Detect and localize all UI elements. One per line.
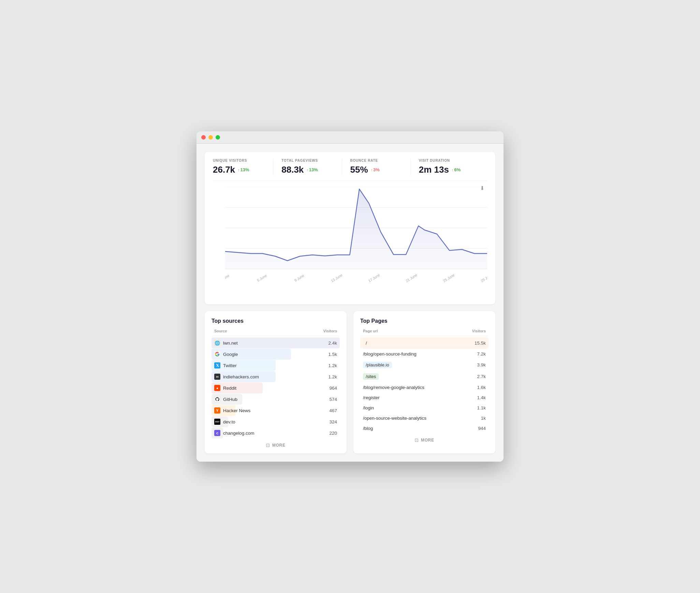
source-visitors-lwn: 2.4k (328, 341, 337, 346)
stat-total-pageviews-label: TOTAL PAGEVIEWS (281, 159, 333, 162)
up-arrow-icon: ↑ (371, 168, 373, 172)
source-visitors-indiehackers: 1.2k (328, 374, 337, 379)
visitors-chart: 0 1k 2k 3k 4k (225, 187, 487, 289)
more-icon: ⊡ (414, 437, 419, 443)
devto-icon: DEV (214, 419, 220, 425)
source-row-devto[interactable]: DEV dev.to 324 (212, 416, 340, 427)
source-name-hackernews: Hacker News (223, 408, 250, 413)
page-visitors-home: 15.5k (475, 341, 486, 346)
pages-table-header: Page url Visitors (360, 329, 488, 336)
download-button[interactable]: ⬇ (477, 184, 487, 193)
source-visitors-devto: 324 (329, 419, 337, 424)
stat-bounce-rate-values: 55% ↑ 3% (350, 164, 402, 175)
close-button[interactable] (201, 135, 206, 140)
hackernews-icon: Y (214, 407, 220, 414)
stat-unique-visitors-pct: 13% (240, 167, 249, 172)
source-name-github: GitHub (223, 397, 237, 402)
page-row-login[interactable]: /login 1.1k (360, 403, 488, 413)
svg-text:13 June: 13 June (330, 273, 343, 283)
stat-bounce-rate-value: 55% (350, 164, 368, 175)
source-row-github[interactable]: GitHub 574 (212, 394, 340, 405)
page-visitors-sites: 2.7k (477, 374, 486, 379)
source-row-hackernews[interactable]: Y Hacker News 467 (212, 405, 340, 416)
source-row-indiehackers[interactable]: IH indiehackers.com 1.2k (212, 371, 340, 382)
source-name-indiehackers: indiehackers.com (223, 374, 259, 379)
bottom-panels: Top sources Source Visitors 🌐 lwn.net 2.… (205, 311, 495, 453)
reddit-icon: ● (214, 385, 220, 391)
page-url-remove-ga: /blog/remove-google-analytics (363, 385, 424, 390)
stat-unique-visitors-change: ↑ 13% (238, 167, 249, 172)
source-visitors-google: 1.5k (328, 352, 337, 357)
stat-total-pageviews-pct: 13% (309, 167, 318, 172)
pages-more-button[interactable]: ⊡ MORE (360, 437, 488, 443)
top-sources-panel: Top sources Source Visitors 🌐 lwn.net 2.… (205, 311, 347, 453)
source-row-changelog[interactable]: c changelog.com 220 (212, 428, 340, 438)
stat-unique-visitors: UNIQUE VISITORS 26.7k ↑ 13% (213, 159, 273, 175)
page-visitors-remove-ga: 1.6k (477, 385, 486, 390)
svg-text:25 June: 25 June (442, 273, 455, 283)
svg-text:21 June: 21 June (405, 273, 418, 283)
traffic-lights (201, 135, 220, 140)
page-url-blog: /blog (363, 426, 373, 431)
sources-table-header: Source Visitors (212, 329, 340, 336)
github-icon (214, 396, 220, 402)
page-row-sites[interactable]: /sites 2.7k (360, 371, 488, 382)
svg-text:17 June: 17 June (368, 273, 381, 283)
svg-text:9 June: 9 June (294, 273, 305, 283)
more-icon: ⊡ (266, 443, 270, 448)
source-visitors-github: 574 (329, 397, 337, 402)
maximize-button[interactable] (216, 135, 220, 140)
page-url-plausible: /plausible.io (363, 362, 392, 368)
source-visitors-twitter: 1.2k (328, 363, 337, 368)
page-url-home: / (363, 340, 370, 346)
stat-visit-duration-change: ↑ 6% (452, 167, 461, 172)
minimize-button[interactable] (208, 135, 213, 140)
stats-row: UNIQUE VISITORS 26.7k ↑ 13% TOTAL PAGEVI… (213, 159, 487, 181)
page-row-remove-ga[interactable]: /blog/remove-google-analytics 1.6k (360, 382, 488, 392)
stat-visit-duration-values: 2m 13s ↑ 6% (419, 164, 471, 175)
source-visitors-hackernews: 467 (329, 408, 337, 413)
google-icon (214, 351, 220, 357)
page-row-osa[interactable]: /open-source-website-analytics 1k (360, 413, 488, 423)
stat-total-pageviews: TOTAL PAGEVIEWS 88.3k ↑ 13% (281, 159, 342, 175)
source-visitors-reddit: 964 (329, 386, 337, 391)
app-window: UNIQUE VISITORS 26.7k ↑ 13% TOTAL PAGEVI… (196, 131, 504, 462)
titlebar (196, 131, 504, 144)
sources-more-button[interactable]: ⊡ MORE (212, 443, 340, 448)
page-row-home[interactable]: / 15.5k (360, 337, 488, 349)
source-row-twitter[interactable]: 𝕏 Twitter 1.2k (212, 360, 340, 371)
page-row-register[interactable]: /register 1.4k (360, 393, 488, 403)
stat-visit-duration-value: 2m 13s (419, 164, 449, 175)
main-content: UNIQUE VISITORS 26.7k ↑ 13% TOTAL PAGEVI… (196, 144, 504, 462)
lwn-icon: 🌐 (214, 340, 220, 346)
twitter-icon: 𝕏 (214, 362, 220, 368)
top-pages-panel: Top Pages Page url Visitors / 15.5k / (353, 311, 495, 453)
source-row-reddit[interactable]: ● Reddit 964 (212, 382, 340, 393)
source-visitors-changelog: 220 (329, 431, 337, 436)
stat-unique-visitors-values: 26.7k ↑ 13% (213, 164, 265, 175)
sources-col-visitors: Visitors (323, 329, 337, 333)
stat-bounce-rate-change: ↑ 3% (371, 167, 380, 172)
page-visitors-plausible: 3.9k (477, 362, 486, 367)
chart-area-fill (225, 189, 487, 269)
stats-chart-card: UNIQUE VISITORS 26.7k ↑ 13% TOTAL PAGEVI… (205, 152, 495, 304)
page-url-blog-funding: /blog/open-source-funding (363, 351, 417, 357)
indiehackers-icon: IH (214, 374, 220, 380)
svg-text:1 June: 1 June (225, 273, 230, 283)
page-url-sites: /sites (363, 373, 379, 380)
stat-visit-duration-pct: 6% (454, 167, 461, 172)
up-arrow-icon: ↑ (238, 168, 240, 172)
page-row-blog[interactable]: /blog 944 (360, 423, 488, 433)
svg-text:29 June: 29 June (480, 273, 487, 283)
sources-col-source: Source (214, 329, 227, 333)
pages-more-label: MORE (421, 438, 434, 443)
source-row-google[interactable]: Google 1.5k (212, 349, 340, 360)
page-row-blog-funding[interactable]: /blog/open-source-funding 7.2k (360, 349, 488, 359)
pages-col-url: Page url (363, 329, 378, 333)
page-row-plausible[interactable]: /plausible.io 3.9k (360, 359, 488, 371)
source-name-reddit: Reddit (223, 386, 236, 391)
page-visitors-blog-funding: 7.2k (477, 351, 486, 357)
stat-total-pageviews-change: ↑ 13% (306, 167, 318, 172)
sources-more-label: MORE (272, 443, 285, 448)
source-row-lwn[interactable]: 🌐 lwn.net 2.4k (212, 337, 340, 348)
